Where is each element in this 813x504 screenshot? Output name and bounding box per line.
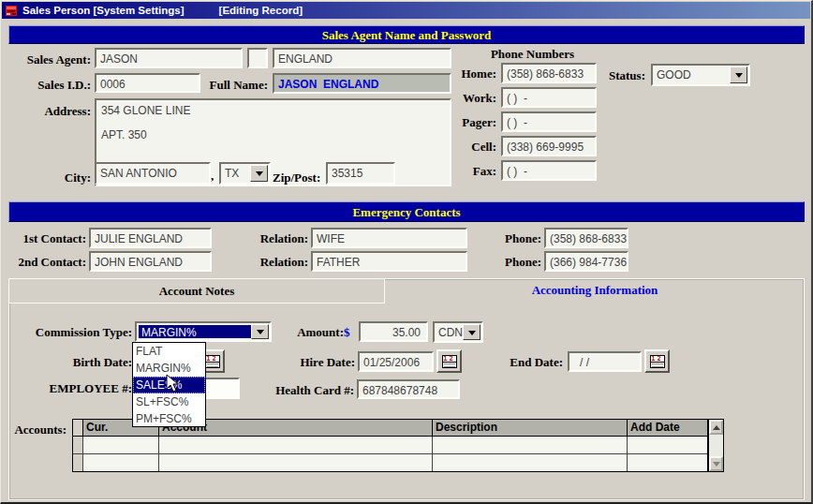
commission-type-dropdown[interactable]: MARGIN% <box>135 321 272 342</box>
address-label: Address: <box>7 104 91 119</box>
commission-type-label: Commission Type: <box>7 325 132 340</box>
work-phone-field[interactable]: ( ) - <box>501 87 597 108</box>
middle-initial-field[interactable] <box>247 48 268 68</box>
tab-account-notes[interactable]: Account Notes <box>8 278 385 304</box>
employee-number-label: EMPLOYEE #: <box>7 381 132 396</box>
window-title: Sales Person [System Settings] <box>22 5 185 16</box>
hire-date-label: Hire Date: <box>280 355 355 370</box>
second-relation-field[interactable]: FATHER <box>311 251 467 272</box>
last-name-field[interactable]: ENGLAND <box>273 48 451 68</box>
currency-symbol: $ <box>344 325 355 340</box>
status-dropdown[interactable]: GOOD <box>651 64 750 86</box>
second-contact-field[interactable]: JOHN ENGLAND <box>89 251 212 272</box>
second-phone-label: Phone: <box>490 255 541 270</box>
health-card-label: Health Card #: <box>271 383 354 398</box>
city-field[interactable]: SAN ANTONIO <box>95 162 211 185</box>
zip-field[interactable]: 35315 <box>326 162 395 185</box>
calendar-icon: 12 <box>442 355 457 368</box>
fax-phone-label: Fax: <box>413 164 496 179</box>
birth-date-label: Birth Date: <box>37 355 132 370</box>
zip-label: Zip/Post: <box>273 170 329 185</box>
dropdown-arrow-icon[interactable] <box>251 324 269 339</box>
table-cell[interactable] <box>83 454 159 471</box>
commission-selected-value: MARGIN% <box>139 325 251 338</box>
end-date-field[interactable]: / / <box>568 351 642 372</box>
state-dropdown[interactable]: TX <box>219 162 271 185</box>
dropdown-arrow-icon[interactable] <box>730 67 747 83</box>
option-sl-fsc[interactable]: SL+FSC% <box>133 393 205 410</box>
window: Sales Person [System Settings] [Editing … <box>0 0 813 504</box>
mouse-cursor-icon <box>166 374 181 394</box>
home-phone-field[interactable]: (358) 868-6833 <box>501 63 597 83</box>
second-relation-label: Relation: <box>252 255 308 270</box>
window-subtitle: [Editing Record] <box>219 5 303 16</box>
table-cell[interactable] <box>159 437 433 454</box>
first-relation-label: Relation: <box>252 231 308 246</box>
address-line1: 354 GLONE LINE <box>101 104 190 117</box>
full-name-label: Full Name: <box>184 78 268 93</box>
tab-accounting-information[interactable]: Accounting Information <box>385 283 805 298</box>
first-phone-field[interactable]: (358) 868-6833 <box>544 228 628 248</box>
end-date-calendar-button[interactable]: 12 <box>644 349 670 373</box>
work-phone-label: Work: <box>413 91 496 106</box>
home-phone-label: Home: <box>413 67 496 82</box>
end-date-label: End Date: <box>505 355 563 370</box>
row-selector-cell[interactable] <box>73 454 83 471</box>
calendar-icon: 12 <box>205 355 220 368</box>
phone-numbers-header: Phone Numbers <box>469 47 596 62</box>
pager-phone-field[interactable]: ( ) - <box>501 111 597 132</box>
accounts-label: Accounts: <box>8 422 67 437</box>
option-flat[interactable]: FLAT <box>133 343 205 360</box>
dropdown-arrow-icon[interactable] <box>250 165 268 182</box>
second-phone-field[interactable]: (366) 984-7736 <box>544 251 628 272</box>
row-selector-header <box>73 420 83 437</box>
first-name-field[interactable]: JASON <box>95 48 243 68</box>
table-cell[interactable] <box>159 454 433 471</box>
first-contact-label: 1st Contact: <box>7 231 86 246</box>
section-header-sales-agent: Sales Agent Name and Password <box>8 25 805 44</box>
table-cell[interactable] <box>628 454 707 471</box>
app-icon <box>5 5 18 17</box>
hire-date-calendar-button[interactable]: 12 <box>436 349 462 373</box>
first-phone-label: Phone: <box>490 231 541 246</box>
sales-id-label: Sales I.D.: <box>7 78 91 93</box>
column-header-add-date[interactable]: Add Date <box>628 420 707 437</box>
scroll-up-button[interactable] <box>709 420 723 435</box>
option-pm-fsc[interactable]: PM+FSC% <box>133 410 205 427</box>
fax-phone-field[interactable]: ( ) - <box>501 160 597 181</box>
sales-agent-label: Sales Agent: <box>7 52 91 67</box>
city-state-separator: , <box>211 169 218 184</box>
title-bar[interactable]: Sales Person [System Settings] [Editing … <box>2 2 810 19</box>
table-cell[interactable] <box>433 437 628 454</box>
currency-dropdown[interactable]: CDN <box>433 321 483 343</box>
table-cell[interactable] <box>628 437 707 454</box>
section-header-emergency: Emergency Contacts <box>8 201 805 222</box>
pager-phone-label: Pager: <box>413 115 496 130</box>
calendar-icon: 12 <box>650 355 665 368</box>
table-cell[interactable] <box>83 437 159 454</box>
address-line2: APT. 350 <box>101 128 147 141</box>
row-selector-cell[interactable] <box>73 437 83 454</box>
hire-date-field[interactable]: 01/25/2006 <box>358 351 434 372</box>
amount-field[interactable]: 35.00 <box>359 321 428 342</box>
arrow-down-icon <box>713 462 720 470</box>
first-relation-field[interactable]: WIFE <box>311 228 467 248</box>
city-label: City: <box>7 170 91 185</box>
dropdown-arrow-icon[interactable] <box>463 324 480 340</box>
table-cell[interactable] <box>433 454 628 471</box>
column-header-description[interactable]: Description <box>433 420 628 437</box>
accounts-table-scrollbar[interactable] <box>708 419 724 472</box>
amount-label: Amount: <box>284 325 344 340</box>
arrow-up-icon <box>713 422 720 430</box>
second-contact-label: 2nd Contact: <box>7 255 86 270</box>
status-label: Status: <box>591 68 645 83</box>
first-contact-field[interactable]: JULIE ENGLAND <box>89 228 212 248</box>
cell-phone-label: Cell: <box>413 140 496 155</box>
health-card-field[interactable]: 687848678748 <box>357 379 460 399</box>
cell-phone-field[interactable]: (338) 669-9995 <box>501 136 597 156</box>
scroll-down-button[interactable] <box>709 456 723 471</box>
